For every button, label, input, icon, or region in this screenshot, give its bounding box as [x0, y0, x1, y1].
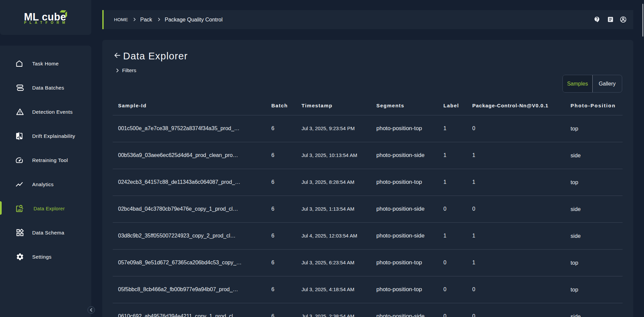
- svg-text:PLATFORM: PLATFORM: [24, 21, 68, 24]
- svg-text:ML cube: ML cube: [24, 11, 66, 22]
